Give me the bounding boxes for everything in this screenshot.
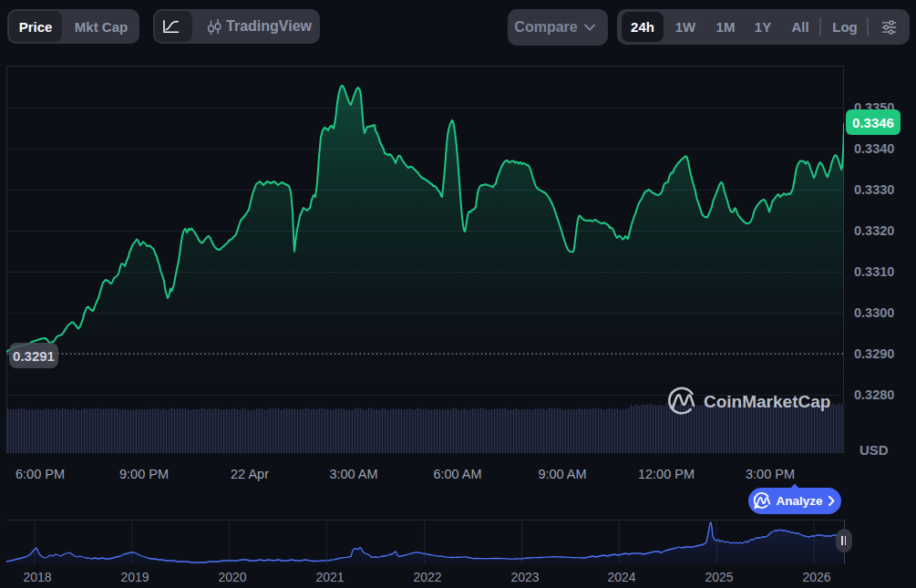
svg-text:Analyze: Analyze [777, 494, 824, 508]
